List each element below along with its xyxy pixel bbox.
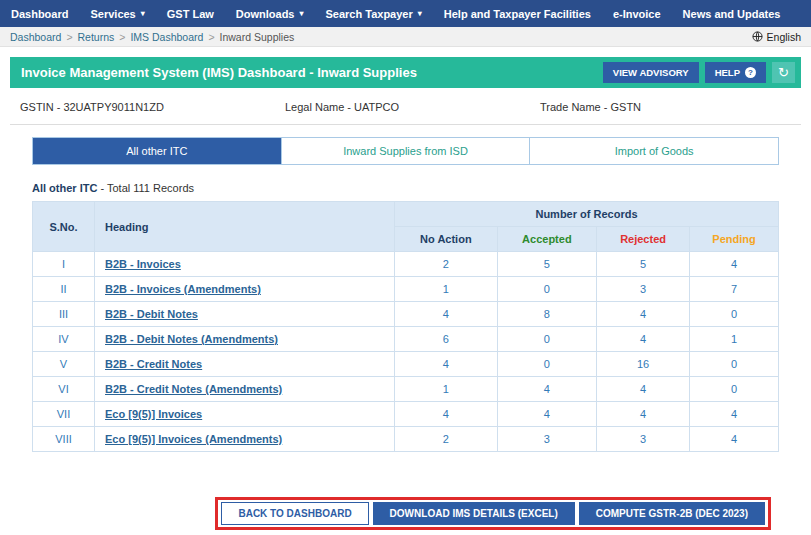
pending-count[interactable]: 0 xyxy=(731,383,737,395)
col-header-accepted: Accepted xyxy=(497,227,596,252)
legal-name-value: Legal Name - UATPCO xyxy=(285,101,540,113)
back-to-dashboard-button[interactable]: BACK TO DASHBOARD xyxy=(221,502,368,525)
accepted-count[interactable]: 0 xyxy=(544,333,550,345)
row-sno: II xyxy=(60,283,66,295)
caret-down-icon: ▾ xyxy=(141,10,145,18)
help-button[interactable]: HELP ? xyxy=(705,62,766,83)
footer-actions-highlight: BACK TO DASHBOARD DOWNLOAD IMS DETAILS (… xyxy=(215,497,771,530)
nav-item-e-invoice[interactable]: e-Invoice xyxy=(602,0,672,27)
table-row: VIII Eco [9(5)] Invoices (Amendments) 2 … xyxy=(33,427,779,452)
no-action-count[interactable]: 1 xyxy=(443,383,449,395)
table-row: IV B2B - Debit Notes (Amendments) 6 0 4 … xyxy=(33,327,779,352)
no-action-count[interactable]: 4 xyxy=(443,358,449,370)
row-sno: IV xyxy=(58,333,68,345)
nav-label: Search Taxpayer xyxy=(326,8,413,20)
tab-import-of-goods[interactable]: Import of Goods xyxy=(530,138,778,164)
pending-count[interactable]: 4 xyxy=(731,258,737,270)
nav-label: News and Updates xyxy=(683,8,781,20)
pending-count[interactable]: 4 xyxy=(731,408,737,420)
refresh-button[interactable]: ↻ xyxy=(772,62,795,83)
rejected-count[interactable]: 3 xyxy=(640,433,646,445)
rejected-count[interactable]: 16 xyxy=(637,358,649,370)
nav-label: e-Invoice xyxy=(613,8,661,20)
row-sno: III xyxy=(59,308,68,320)
table-row: II B2B - Invoices (Amendments) 1 0 3 7 xyxy=(33,277,779,302)
breadcrumb-separator: > xyxy=(66,31,72,43)
accepted-count[interactable]: 5 xyxy=(544,258,550,270)
rejected-count[interactable]: 4 xyxy=(640,308,646,320)
view-advisory-label: VIEW ADVISORY xyxy=(613,67,689,78)
tab-inward-supplies-isd[interactable]: Inward Supplies from ISD xyxy=(282,138,531,164)
nav-item-gst-law[interactable]: GST Law xyxy=(156,0,225,27)
breadcrumb-current: Inward Supplies xyxy=(220,31,295,43)
col-header-no-action: No Action xyxy=(395,227,498,252)
no-action-count[interactable]: 1 xyxy=(443,283,449,295)
nav-item-news-updates[interactable]: News and Updates xyxy=(672,0,792,27)
pending-count[interactable]: 0 xyxy=(731,358,737,370)
no-action-count[interactable]: 4 xyxy=(443,408,449,420)
no-action-count[interactable]: 6 xyxy=(443,333,449,345)
rejected-count[interactable]: 5 xyxy=(640,258,646,270)
accepted-count[interactable]: 4 xyxy=(544,383,550,395)
accepted-count[interactable]: 0 xyxy=(544,283,550,295)
gstin-value: GSTIN - 32UATPY9011N1ZD xyxy=(20,101,285,113)
heading-link[interactable]: Eco [9(5)] Invoices (Amendments) xyxy=(105,433,282,445)
pending-count[interactable]: 1 xyxy=(731,333,737,345)
nav-item-downloads[interactable]: Downloads ▾ xyxy=(225,0,315,27)
breadcrumb-ims-dashboard[interactable]: IMS Dashboard xyxy=(130,31,203,43)
heading-link[interactable]: B2B - Credit Notes xyxy=(105,358,202,370)
records-summary: All other ITC - Total 111 Records xyxy=(32,182,779,194)
view-advisory-button[interactable]: VIEW ADVISORY xyxy=(603,62,699,83)
records-table: S.No. Heading Number of Records No Actio… xyxy=(32,201,779,452)
rejected-count[interactable]: 4 xyxy=(640,383,646,395)
pending-count[interactable]: 0 xyxy=(731,308,737,320)
nav-item-services[interactable]: Services ▾ xyxy=(79,0,155,27)
heading-link[interactable]: B2B - Debit Notes xyxy=(105,308,198,320)
accepted-count[interactable]: 3 xyxy=(544,433,550,445)
language-selector[interactable]: English xyxy=(752,31,801,43)
question-icon: ? xyxy=(745,67,756,78)
table-row: VII Eco [9(5)] Invoices 4 4 4 4 xyxy=(33,402,779,427)
accepted-count[interactable]: 4 xyxy=(544,408,550,420)
download-ims-details-button[interactable]: DOWNLOAD IMS DETAILS (EXCEL) xyxy=(373,502,575,525)
globe-icon xyxy=(752,31,763,42)
nav-item-help-facilities[interactable]: Help and Taxpayer Facilities xyxy=(433,0,602,27)
row-sno: I xyxy=(62,258,65,270)
no-action-count[interactable]: 4 xyxy=(443,308,449,320)
pending-count[interactable]: 7 xyxy=(731,283,737,295)
table-row: III B2B - Debit Notes 4 8 4 0 xyxy=(33,302,779,327)
heading-link[interactable]: B2B - Invoices (Amendments) xyxy=(105,283,261,295)
trade-name-value: Trade Name - GSTN xyxy=(540,101,641,113)
accepted-count[interactable]: 8 xyxy=(544,308,550,320)
nav-item-search-taxpayer[interactable]: Search Taxpayer ▾ xyxy=(315,0,433,27)
tab-all-other-itc[interactable]: All other ITC xyxy=(33,138,282,164)
breadcrumb-dashboard[interactable]: Dashboard xyxy=(10,31,61,43)
compute-gstr2b-button[interactable]: COMPUTE GSTR-2B (DEC 2023) xyxy=(579,502,765,525)
rejected-count[interactable]: 3 xyxy=(640,283,646,295)
language-label: English xyxy=(767,31,801,43)
no-action-count[interactable]: 2 xyxy=(443,258,449,270)
col-header-pending: Pending xyxy=(690,227,779,252)
accepted-count[interactable]: 0 xyxy=(544,358,550,370)
heading-link[interactable]: B2B - Debit Notes (Amendments) xyxy=(105,333,278,345)
col-header-heading: Heading xyxy=(95,202,395,252)
page-title: Invoice Management System (IMS) Dashboar… xyxy=(21,65,603,80)
table-row: I B2B - Invoices 2 5 5 4 xyxy=(33,252,779,277)
heading-link[interactable]: B2B - Credit Notes (Amendments) xyxy=(105,383,282,395)
refresh-icon: ↻ xyxy=(778,65,789,80)
nav-label: Help and Taxpayer Facilities xyxy=(444,8,591,20)
pending-count[interactable]: 4 xyxy=(731,433,737,445)
rejected-count[interactable]: 4 xyxy=(640,408,646,420)
summary-subtitle: - Total 111 Records xyxy=(97,182,194,194)
rejected-count[interactable]: 4 xyxy=(640,333,646,345)
row-sno: VII xyxy=(57,408,70,420)
summary-title: All other ITC xyxy=(32,182,97,194)
breadcrumb-bar: Dashboard > Returns > IMS Dashboard > In… xyxy=(0,27,811,47)
nav-item-dashboard[interactable]: Dashboard xyxy=(0,0,79,27)
breadcrumb-returns[interactable]: Returns xyxy=(78,31,115,43)
no-action-count[interactable]: 2 xyxy=(443,433,449,445)
heading-link[interactable]: B2B - Invoices xyxy=(105,258,181,270)
nav-label: Downloads xyxy=(236,8,295,20)
heading-link[interactable]: Eco [9(5)] Invoices xyxy=(105,408,202,420)
top-navigation: Dashboard Services ▾ GST Law Downloads ▾… xyxy=(0,0,811,27)
